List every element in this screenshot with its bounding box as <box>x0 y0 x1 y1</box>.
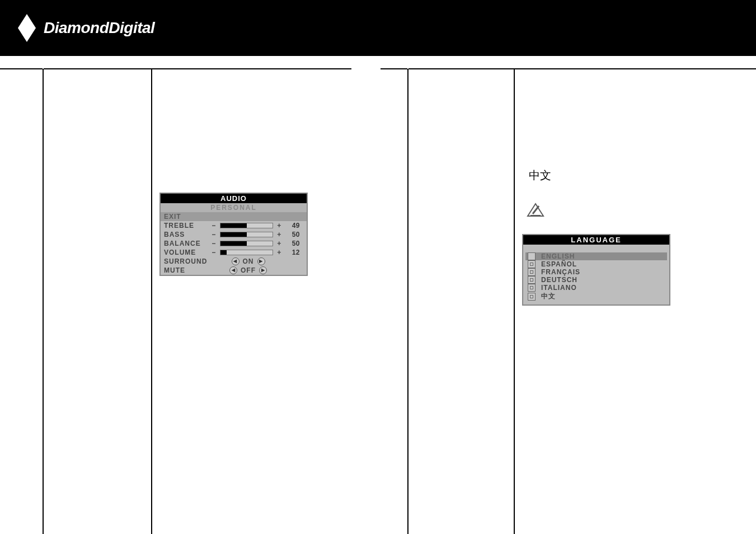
slider-label: VOLUME <box>164 249 208 256</box>
minus-icon[interactable]: − <box>211 231 217 238</box>
diamond-icon <box>16 13 38 43</box>
audio-toggle-row[interactable]: SURROUND ◀ ON ▶ <box>161 257 307 266</box>
language-item[interactable]: ESPAÑOL <box>525 260 667 268</box>
slider-value: 50 <box>285 240 300 247</box>
guide-line <box>43 69 44 534</box>
guide-line <box>407 69 408 534</box>
slider-label: TREBLE <box>164 222 208 229</box>
language-spacer <box>523 245 669 252</box>
checkbox-icon <box>528 284 536 292</box>
left-arrow-icon[interactable]: ◀ <box>232 257 240 265</box>
language-list: ENGLISH ESPAÑOL FRANÇAIS DEUTSCH ITALIAN… <box>523 252 669 305</box>
plus-icon[interactable]: + <box>276 231 282 238</box>
language-osd: LANGUAGE ENGLISH ESPAÑOL FRANÇAIS DEUTSC… <box>522 234 670 306</box>
audio-toggle-row[interactable]: MUTE ◀ OFF ▶ <box>161 266 307 275</box>
slider-track[interactable] <box>220 223 273 228</box>
svg-marker-0 <box>18 14 36 42</box>
language-label: ENGLISH <box>541 252 575 260</box>
audio-body: EXIT TREBLE − + 49 BASS − + 50 BALANCE −… <box>161 212 307 275</box>
audio-title: AUDIO <box>161 194 307 203</box>
toggle-state: ON <box>243 257 254 265</box>
language-item[interactable]: FRANÇAIS <box>525 268 667 276</box>
pencil-note-icon <box>526 202 545 218</box>
toggle-state: OFF <box>241 266 256 274</box>
audio-slider-row[interactable]: VOLUME − + 12 <box>161 248 307 257</box>
language-item[interactable]: DEUTSCH <box>525 276 667 284</box>
brand-lockup: DiamondDigital <box>16 13 154 43</box>
audio-slider-row[interactable]: BALANCE − + 50 <box>161 239 307 248</box>
checkbox-icon <box>528 276 536 284</box>
toggle-label: SURROUND <box>164 257 208 265</box>
chinese-label: 中文 <box>529 168 551 183</box>
minus-icon[interactable]: − <box>211 222 217 229</box>
page-body: AUDIO PERSONAL EXIT TREBLE − + 49 BASS −… <box>0 56 756 534</box>
language-label: ESPAÑOL <box>541 260 577 268</box>
slider-track[interactable] <box>220 250 273 255</box>
guide-line <box>0 68 43 69</box>
slider-value: 49 <box>285 222 300 229</box>
checkbox-icon <box>528 268 536 276</box>
language-item[interactable]: ITALIANO <box>525 284 667 292</box>
language-label: ITALIANO <box>541 284 577 292</box>
guide-line <box>44 68 351 69</box>
slider-label: BASS <box>164 231 208 238</box>
slider-track[interactable] <box>220 232 273 237</box>
guide-line <box>514 69 515 534</box>
language-item[interactable]: 中文 <box>525 292 667 301</box>
checkbox-icon <box>528 252 536 260</box>
plus-icon[interactable]: + <box>276 240 282 247</box>
guide-line <box>408 68 756 69</box>
audio-subtitle: PERSONAL <box>161 203 307 212</box>
checkbox-icon <box>528 260 536 268</box>
left-arrow-icon[interactable]: ◀ <box>229 266 237 274</box>
guide-line <box>381 68 407 69</box>
minus-icon[interactable]: − <box>211 249 217 256</box>
language-title: LANGUAGE <box>523 235 669 245</box>
audio-exit[interactable]: EXIT <box>161 212 307 221</box>
slider-label: BALANCE <box>164 240 208 247</box>
minus-icon[interactable]: − <box>211 240 217 247</box>
language-item[interactable]: ENGLISH <box>525 252 667 260</box>
slider-track[interactable] <box>220 241 273 246</box>
audio-osd: AUDIO PERSONAL EXIT TREBLE − + 49 BASS −… <box>159 193 308 276</box>
right-arrow-icon[interactable]: ▶ <box>257 257 265 265</box>
language-label: FRANÇAIS <box>541 268 580 276</box>
toggle-label: MUTE <box>164 266 208 274</box>
checkbox-icon <box>528 293 536 301</box>
language-label: 中文 <box>541 292 556 301</box>
language-label: DEUTSCH <box>541 276 577 284</box>
header-bar: DiamondDigital <box>0 0 756 56</box>
guide-line <box>151 69 152 534</box>
brand-name: DiamondDigital <box>44 19 154 37</box>
slider-value: 12 <box>285 249 300 256</box>
plus-icon[interactable]: + <box>276 222 282 229</box>
right-arrow-icon[interactable]: ▶ <box>259 266 267 274</box>
plus-icon[interactable]: + <box>276 249 282 256</box>
audio-slider-row[interactable]: BASS − + 50 <box>161 230 307 239</box>
audio-slider-row[interactable]: TREBLE − + 49 <box>161 221 307 230</box>
slider-value: 50 <box>285 231 300 238</box>
